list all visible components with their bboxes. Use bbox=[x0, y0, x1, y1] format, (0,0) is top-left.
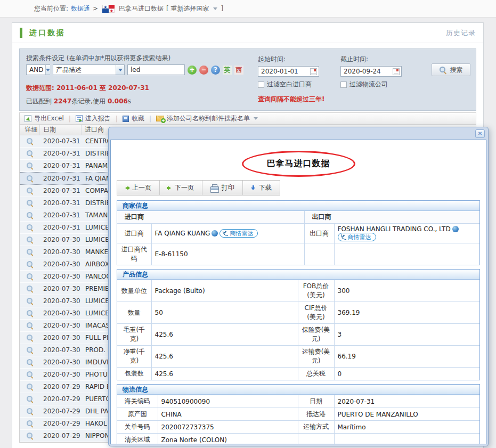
next-page-button[interactable]: 下一页 bbox=[160, 181, 202, 195]
location-label: 您当前位置: bbox=[34, 4, 68, 13]
magnifier-icon[interactable] bbox=[27, 249, 33, 255]
magnifier-icon[interactable] bbox=[27, 237, 33, 243]
filter-blank-importer-checkbox[interactable] bbox=[258, 82, 264, 88]
row-date: 2020-07-31 bbox=[40, 199, 82, 207]
calendar-icon[interactable] bbox=[393, 68, 400, 75]
magnifier-icon[interactable] bbox=[27, 212, 33, 218]
magnifier-icon[interactable] bbox=[27, 335, 33, 341]
prev-page-button[interactable]: 上一页 bbox=[117, 181, 160, 195]
product-row: 数量 50 CIF总价(美元) 369.19 bbox=[117, 302, 479, 324]
magnifier-icon[interactable] bbox=[27, 310, 33, 316]
field-value: 425.6 bbox=[151, 324, 298, 346]
magnifier-icon[interactable] bbox=[27, 420, 33, 427]
enter-report-button[interactable]: 进入报告 bbox=[76, 114, 111, 123]
magnifier-icon[interactable] bbox=[27, 371, 33, 378]
matched-records-text: 已匹配到 2247条记录,使用 0.006s bbox=[26, 97, 131, 106]
search-field-select[interactable]: 产品描述 bbox=[53, 64, 125, 75]
globe-icon[interactable] bbox=[452, 226, 459, 232]
matched-count: 2247 bbox=[54, 97, 71, 105]
help-icon[interactable]: ? bbox=[211, 66, 220, 75]
bool-operator-select[interactable]: AND bbox=[26, 64, 50, 75]
radar-icon bbox=[341, 234, 346, 240]
field-label: 保险费(美元) bbox=[298, 324, 334, 346]
keyword-input[interactable] bbox=[127, 64, 185, 75]
importer-name: FA QIANG KUANG bbox=[155, 230, 210, 237]
logistics-section-header: 物流信息 bbox=[117, 385, 479, 395]
field-value: Package (Bulto) bbox=[151, 280, 298, 302]
panama-flag-icon: ★★ bbox=[102, 5, 115, 13]
arrow-right-icon bbox=[168, 186, 171, 190]
logistics-table-body: 海关编码 940510900090 日期 2020-07-31 原产国 CHIN… bbox=[117, 395, 479, 445]
chevron-down-icon[interactable] bbox=[213, 7, 217, 12]
magnifier-icon[interactable] bbox=[27, 322, 33, 329]
field-label bbox=[298, 434, 334, 445]
row-date: 2020-07-29 bbox=[40, 420, 82, 427]
favorite-button[interactable]: 收藏 bbox=[123, 114, 144, 123]
radar-icon bbox=[223, 231, 228, 236]
title-accent-bar bbox=[20, 28, 22, 38]
magnifier-icon[interactable] bbox=[27, 408, 33, 414]
select-arrow-icon[interactable] bbox=[45, 65, 50, 75]
datatong-link[interactable]: 数据通 bbox=[71, 4, 90, 13]
magnifier-icon[interactable] bbox=[27, 200, 33, 206]
reselect-country-link[interactable]: [ 重新选择国家 bbox=[166, 4, 209, 13]
row-date: 2020-07-29 bbox=[40, 408, 82, 415]
row-date: 2020-07-31 bbox=[40, 224, 82, 231]
detail-modal: ✕ 巴拿马进口数据 上一页 下一页 打印 下载 bbox=[108, 127, 489, 446]
radar-badge-exporter[interactable]: 商情雷达 bbox=[338, 233, 376, 241]
magnifier-icon[interactable] bbox=[27, 347, 33, 353]
field-value: Marítimo bbox=[334, 421, 479, 434]
lang-english-button[interactable]: 英 bbox=[223, 66, 232, 75]
start-date-input[interactable]: 2020-01-01 bbox=[258, 66, 319, 77]
field-value: 50 bbox=[151, 302, 298, 324]
results-toolbar: 导出Excel | 进入报告 | 收藏 | 添加公司名称到邮件搜索名单 bbox=[19, 112, 476, 125]
merchant-section-header: 商家信息 bbox=[117, 201, 479, 211]
row-date: 2020-07-31 bbox=[40, 162, 82, 169]
download-button[interactable]: 下载 bbox=[243, 181, 280, 195]
field-label: 数量单位 bbox=[117, 280, 151, 302]
calendar-icon[interactable] bbox=[310, 68, 317, 75]
field-label: 日期 bbox=[298, 395, 334, 408]
field-value: 66.19 bbox=[334, 346, 479, 368]
start-date-label: 起始时间: bbox=[258, 55, 319, 64]
magnifier-icon[interactable] bbox=[27, 261, 33, 267]
field-value bbox=[334, 434, 479, 445]
lang-spanish-button[interactable]: 西 bbox=[234, 66, 243, 75]
history-link[interactable]: 历史记录 bbox=[446, 28, 476, 38]
filter-logistics-checkbox[interactable] bbox=[340, 82, 347, 88]
search-button[interactable]: 搜索 bbox=[432, 63, 470, 76]
export-excel-button[interactable]: 导出Excel bbox=[25, 114, 64, 123]
close-icon[interactable]: ✕ bbox=[475, 129, 485, 138]
end-date-input[interactable]: 2020-09-24 bbox=[340, 66, 402, 77]
magnifier-icon[interactable] bbox=[27, 298, 33, 304]
add-condition-icon[interactable]: + bbox=[188, 66, 197, 75]
magnifier-icon[interactable] bbox=[27, 396, 33, 402]
page-title: 进口数据 bbox=[29, 28, 66, 38]
globe-icon[interactable] bbox=[212, 230, 218, 237]
row-date: 2020-07-31 bbox=[40, 187, 82, 194]
magnifier-icon[interactable] bbox=[27, 162, 33, 169]
modal-title: 巴拿马进口数据 bbox=[267, 158, 330, 168]
magnifier-icon[interactable] bbox=[27, 188, 33, 194]
product-row: 数量单位 Package (Bulto) FOB总价(美元) 300 bbox=[117, 280, 479, 302]
remove-condition-icon[interactable]: − bbox=[199, 66, 208, 75]
magnifier-icon[interactable] bbox=[27, 273, 33, 280]
magnifier-icon[interactable] bbox=[27, 359, 33, 365]
exporter-group-header: 出口商 bbox=[304, 211, 479, 224]
add-to-mail-list-button[interactable]: 添加公司名称到邮件搜索名单 bbox=[156, 114, 259, 123]
row-date: 2020-07-29 bbox=[40, 395, 82, 403]
select-arrow-icon[interactable] bbox=[116, 65, 124, 75]
magnifier-icon[interactable] bbox=[27, 224, 33, 231]
magnifier-icon[interactable] bbox=[27, 433, 33, 439]
field-value: 369.19 bbox=[334, 302, 479, 324]
magnifier-icon[interactable] bbox=[27, 150, 33, 157]
print-button[interactable]: 打印 bbox=[202, 181, 243, 195]
favorite-icon bbox=[123, 116, 129, 122]
magnifier-icon[interactable] bbox=[27, 286, 33, 292]
modal-titlebar[interactable]: ✕ bbox=[110, 129, 486, 140]
magnifier-icon[interactable] bbox=[27, 138, 33, 144]
magnifier-icon[interactable] bbox=[27, 384, 33, 390]
magnifier-icon[interactable] bbox=[27, 175, 33, 182]
product-section-header: 产品信息 bbox=[117, 270, 479, 280]
radar-badge-importer[interactable]: 商情雷达 bbox=[219, 229, 258, 238]
